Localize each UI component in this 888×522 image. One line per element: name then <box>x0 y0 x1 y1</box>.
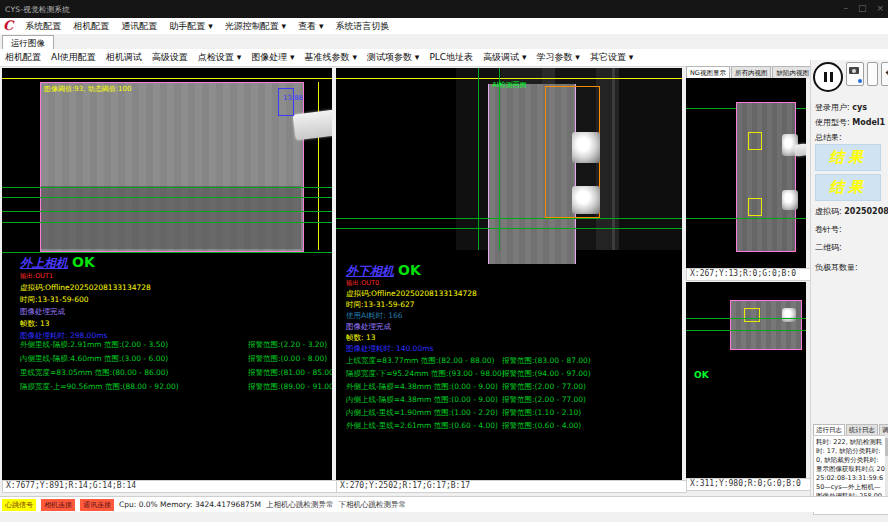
heartbeat-badge: 心跳信号 <box>2 499 36 511</box>
menu-comm-config[interactable]: 通讯配置 <box>115 19 163 34</box>
model-label: 使用型号: <box>815 118 850 127</box>
menu-assistant-config[interactable]: 助手配置 ▾ <box>163 19 218 34</box>
alarm-range: 报警范围:(2.00 - 77.00) <box>502 395 586 405</box>
login-user-row: 登录用户: cys <box>815 102 867 113</box>
yellow-marker-box <box>748 132 762 150</box>
bright-blob <box>782 308 796 322</box>
total-result-label: 总结果: <box>815 132 842 143</box>
baseline-green-4 <box>2 222 332 223</box>
result-ok-label: OK <box>398 262 421 278</box>
center-camera-view[interactable]: AI检测画面 外下相机OK 输出:OUT0 虚拟码:Offline2025020… <box>336 68 682 480</box>
left-view-coords: X:7677;Y:891;R:14;G:14;B:14 <box>2 480 337 493</box>
lower-camera-warning: 下相机心跳检测异常 <box>339 500 407 510</box>
menu-system-config[interactable]: 系统配置 <box>19 19 67 34</box>
model-row: 使用型号: Model1 <box>815 117 885 128</box>
tool-camera-config[interactable]: 相机配置 <box>0 50 46 65</box>
measure-row: 外侧上线-隔膜=4.38mm 范围:(0.00 - 9.00) 报警范围:(2.… <box>336 382 682 394</box>
qr-code-label: 二维码: <box>815 242 842 253</box>
camera-connect-badge: 相机连接 <box>41 499 75 511</box>
green-line <box>686 330 806 331</box>
tab-count-label: 负极耳数量: <box>815 262 858 273</box>
app-logo-icon: C <box>3 19 13 33</box>
tool-learning-params[interactable]: 学习参数 ▾ <box>532 50 585 65</box>
title-bar: CYS-视觉检测系统 – □ × <box>0 0 888 18</box>
ng-bottom-coords: X:311;Y:980;R:0;G:0;B:0 <box>686 478 811 491</box>
tool-plc-address[interactable]: PLC地址表 <box>424 50 478 65</box>
camera-snapshot-button[interactable] <box>846 62 864 86</box>
toolbar: 相机配置 AI使用配置 相机调试 高级设置 点检设置 ▾ 图像处理 ▾ 基准线参… <box>0 49 888 67</box>
menu-view[interactable]: 查看 ▾ <box>292 19 329 34</box>
window-title: CYS-视觉检测系统 <box>5 5 70 15</box>
tool-test-params[interactable]: 测试项参数 ▾ <box>362 50 424 65</box>
alarm-range: 报警范围:(94.00 - 97.00) <box>502 369 591 379</box>
baseline-green-5 <box>2 252 332 253</box>
ng-bottom-view[interactable]: OK <box>686 282 806 478</box>
alarm-range: 报警范围:(2.20 - 3.20) <box>248 340 327 350</box>
output-signal-label: 输出:OUT1 <box>20 272 53 281</box>
comm-connect-badge: 通讯连接 <box>80 499 114 511</box>
alarm-range: 报警范围:(83.00 - 87.00) <box>502 356 591 366</box>
overlay-yellow-line <box>336 78 682 79</box>
divider-toggle-button[interactable] <box>867 62 878 86</box>
measure-value: 上线宽度=83.77mm 范围:(82.00 - 88.00) <box>346 356 495 366</box>
status-bar: 心跳信号 相机连接 通讯连接 Cpu: 0.0% Memory: 3424.41… <box>0 496 888 512</box>
tab-connector-shape <box>293 110 332 141</box>
bright-blob <box>572 132 600 163</box>
ai-detect-label: AI检测画面 <box>492 80 527 90</box>
tool-ai-config[interactable]: AI使用配置 <box>46 50 101 65</box>
result-ok-label: OK <box>72 254 95 270</box>
time-label: 时间:13-31-59-600 <box>20 295 89 305</box>
tool-advanced-settings[interactable]: 高级设置 <box>147 50 193 65</box>
measure-row: 内侧上线-里线=1.90mm 范围:(1.00 - 2.20) 报警范围:(1.… <box>336 408 682 420</box>
ng-top-coords: X:267;Y:13;R:0;G:0;B:0 <box>686 268 811 281</box>
tool-other-settings[interactable]: 其它设置 ▾ <box>585 50 638 65</box>
menu-light-config[interactable]: 光源控制配置 ▾ <box>219 19 292 34</box>
baseline-green-2 <box>336 228 682 229</box>
processing-done-label: 图像处理完成 <box>20 307 65 317</box>
green-line <box>686 218 806 219</box>
bright-blob <box>572 186 600 214</box>
virtual-code-row: 虚拟码: 20250208 <box>815 206 888 217</box>
menu-language-switch[interactable]: 系统语言切换 <box>330 19 396 34</box>
tool-image-processing[interactable]: 图像处理 ▾ <box>246 50 299 65</box>
measure-row: 内侧里线-隔膜:4.60mm 范围:(3.00 - 6.00) 报警范围:(0.… <box>2 354 332 366</box>
processing-done-label: 图像处理完成 <box>346 322 391 332</box>
tool-camera-debug[interactable]: 相机调试 <box>101 50 147 65</box>
login-user-label: 登录用户: <box>815 103 850 112</box>
measure-value: 外侧里线-隔膜:2.91mm 范围:(2.00 - 3.50) <box>20 340 168 350</box>
virtual-code-value: 20250208 <box>844 207 888 216</box>
baseline-green-1 <box>2 187 332 188</box>
minimize-icon[interactable]: – <box>843 3 848 13</box>
camera-icon <box>849 67 859 74</box>
alarm-range: 报警范围:(0.00 - 8.00) <box>248 354 327 364</box>
film-shadow <box>41 186 301 249</box>
tool-advanced-debug[interactable]: 高级调试 ▾ <box>478 50 531 65</box>
measure-row: 隔膜宽度-上=90.56mm 范围:(88.00 - 92.00) 报警范围:(… <box>2 382 332 394</box>
menu-camera-config[interactable]: 相机配置 <box>67 19 115 34</box>
pause-button[interactable] <box>813 62 843 92</box>
sidebar: ← 登录用户: cys 使用型号: Model1 总结果: 结果 结果 虚拟码:… <box>810 60 888 512</box>
baseline-green-1 <box>336 218 682 219</box>
time-label: 时间:13-31-59-627 <box>346 300 415 310</box>
upper-camera-warning: 上相机心跳检测异常 <box>266 500 334 510</box>
left-camera-view[interactable]: 13.88 图像阈值:93, 动态阈值:100 外上相机OK 输出:OUT1 虚… <box>2 68 332 480</box>
measure-row: 上线宽度=83.77mm 范围:(82.00 - 88.00) 报警范围:(83… <box>336 356 682 368</box>
ng-ok-label: OK <box>694 370 709 380</box>
pointer-shape <box>793 143 806 157</box>
machine-edge <box>612 68 615 250</box>
app-window: CYS-视觉检测系统 – □ × C 系统配置 相机配置 通讯配置 助手配置 ▾… <box>0 0 888 522</box>
measure-value: 内侧上线-里线=1.90mm 范围:(1.00 - 2.20) <box>346 408 498 418</box>
maximize-icon[interactable]: □ <box>858 3 867 13</box>
measure-value: 外侧上线-里线=2.61mm 范围:(0.60 - 4.00) <box>346 421 498 431</box>
blue-measure-label: 13.88 <box>283 94 303 102</box>
close-icon[interactable]: × <box>876 3 884 13</box>
tool-baseline-params[interactable]: 基准线参数 ▾ <box>300 50 362 65</box>
tab-run-image[interactable]: 运行图像 <box>2 35 54 50</box>
ng-top-view[interactable] <box>686 78 806 268</box>
logout-arrow-button[interactable]: ← <box>881 62 888 86</box>
tool-spot-check[interactable]: 点检设置 ▾ <box>193 50 246 65</box>
virtual-code-label: 虚拟码:Offline20250208133134728 <box>20 283 151 293</box>
measure-row: 隔膜宽度-下=95.24mm 范围:(93.00 - 98.00) 报警范围:(… <box>336 369 682 381</box>
baseline-green-3 <box>2 211 332 212</box>
alarm-range: 报警范围:(81.00 - 85.00) <box>248 368 332 378</box>
